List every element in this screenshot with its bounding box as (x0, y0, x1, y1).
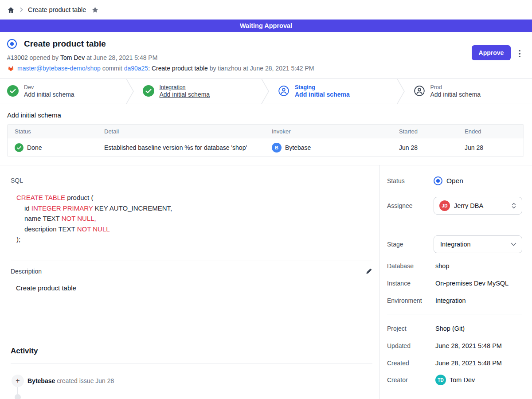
activity-actor: Bytebase (27, 377, 55, 384)
updated-label: Updated (387, 342, 434, 349)
environment-label: Environment (387, 297, 434, 304)
up-down-chevron-icon (511, 202, 516, 209)
stage-separator-icon (261, 79, 271, 103)
pipeline-stage-prod[interactable]: ProdAdd initial schema (407, 79, 532, 103)
pipeline-stage-staging[interactable]: StagingAdd initial schema (271, 79, 397, 103)
database-value: shop (434, 262, 449, 270)
activity-next-dot (15, 394, 21, 399)
home-icon[interactable] (7, 6, 15, 14)
project-label: Project (387, 325, 434, 332)
status-value: Open (446, 177, 463, 185)
divider (387, 314, 522, 314)
status-open-icon (434, 176, 442, 185)
issue-sidebar: Status Open Assignee JD Jerry DBA Stage … (380, 165, 532, 399)
assignee-avatar: JD (439, 200, 450, 211)
edit-pencil-icon[interactable] (365, 268, 372, 275)
environment-value: Integration (434, 297, 466, 304)
database-label: Database (387, 262, 434, 270)
creator-avatar: TD (435, 375, 446, 385)
description-text: Create product table (16, 284, 379, 292)
waiting-approval-banner: Waiting Approval (0, 20, 532, 32)
approve-button[interactable]: Approve (472, 45, 511, 60)
updated-value: June 28, 2021 5:48 PM (434, 342, 502, 349)
chevron-down-icon (511, 243, 516, 246)
task-ended: Jun 28 (465, 144, 524, 151)
breadcrumb: Create product table (0, 0, 532, 20)
check-circle-icon (15, 143, 23, 152)
activity-timeline-line (17, 387, 18, 394)
assignee-value: Jerry DBA (454, 202, 511, 209)
bytebase-avatar: B (272, 143, 282, 153)
issue-open-icon (7, 39, 17, 49)
gitlab-icon (7, 65, 15, 72)
pipeline-stage-integration[interactable]: IntegrationAdd initial schema (136, 79, 262, 103)
task-status: Done (27, 144, 42, 151)
assignee-select[interactable]: JD Jerry DBA (434, 197, 522, 215)
plus-icon: + (12, 375, 24, 387)
description-label: Description (11, 268, 42, 275)
stage-label: Stage (387, 241, 434, 248)
activity-action: created issue Jun 28 (55, 377, 114, 384)
author-name: Tom Dev (60, 54, 85, 61)
issue-main-panel: SQL CREATE TABLE product ( id INTEGER PR… (0, 165, 380, 399)
stage-separator-icon (126, 79, 136, 103)
commit-hash-link[interactable]: da90a25 (124, 65, 149, 72)
divider (387, 229, 522, 229)
divider (11, 364, 372, 364)
divider (11, 261, 372, 261)
commit-line: master@bytebase-demo/shop commit da90a25… (7, 65, 525, 72)
stage-separator-icon (397, 79, 407, 103)
task-table-header: Status Detail Invoker Started Ended (8, 125, 524, 138)
check-circle-icon (7, 85, 19, 97)
created-value: June 28, 2021 5:48 PM (434, 360, 502, 367)
pending-person-icon (278, 85, 289, 97)
sql-statement: CREATE TABLE product ( id INTEGER PRIMAR… (16, 192, 379, 245)
branch-repo-link[interactable]: master@bytebase-demo/shop (17, 65, 101, 72)
issue-meta: #13002 opened by Tom Dev at June 28, 202… (7, 54, 525, 61)
sql-label: SQL (11, 177, 379, 184)
task-section: Add initial schema Status Detail Invoker… (0, 111, 532, 157)
pipeline-stage-dev[interactable]: DevAdd initial schema (0, 79, 126, 103)
task-heading: Add initial schema (7, 111, 524, 119)
check-circle-icon (143, 85, 154, 97)
more-options-icon[interactable] (516, 48, 523, 59)
project-value: Shop (Git) (434, 325, 465, 332)
favorite-star-icon[interactable] (91, 6, 99, 14)
activity-heading: Activity (11, 347, 379, 356)
breadcrumb-chevron-icon (19, 7, 23, 12)
activity-item: + Bytebase created issue Jun 28 (12, 375, 379, 387)
stage-value: Integration (440, 241, 511, 248)
table-row[interactable]: Done Established baseline version %s for… (8, 138, 524, 156)
pending-person-icon (414, 85, 425, 97)
task-started: Jun 28 (399, 144, 465, 151)
issue-header: Create product table #13002 opened by To… (0, 32, 532, 72)
instance-value: On-premises Dev MySQL (434, 280, 509, 287)
task-detail: Established baseline version %s for data… (104, 144, 272, 151)
assignee-label: Assignee (387, 202, 434, 209)
creator-label: Creator (387, 376, 434, 383)
status-label: Status (387, 177, 434, 184)
task-invoker: Bytebase (285, 144, 311, 151)
stage-pipeline: DevAdd initial schema IntegrationAdd ini… (0, 78, 532, 103)
breadcrumb-page-title: Create product table (28, 6, 86, 13)
page-title: Create product table (24, 39, 106, 49)
stage-select[interactable]: Integration (434, 235, 522, 253)
created-label: Created (387, 360, 434, 367)
instance-label: Instance (387, 280, 434, 287)
creator-value: Tom Dev (450, 376, 475, 383)
task-table: Status Detail Invoker Started Ended Done… (7, 124, 524, 157)
